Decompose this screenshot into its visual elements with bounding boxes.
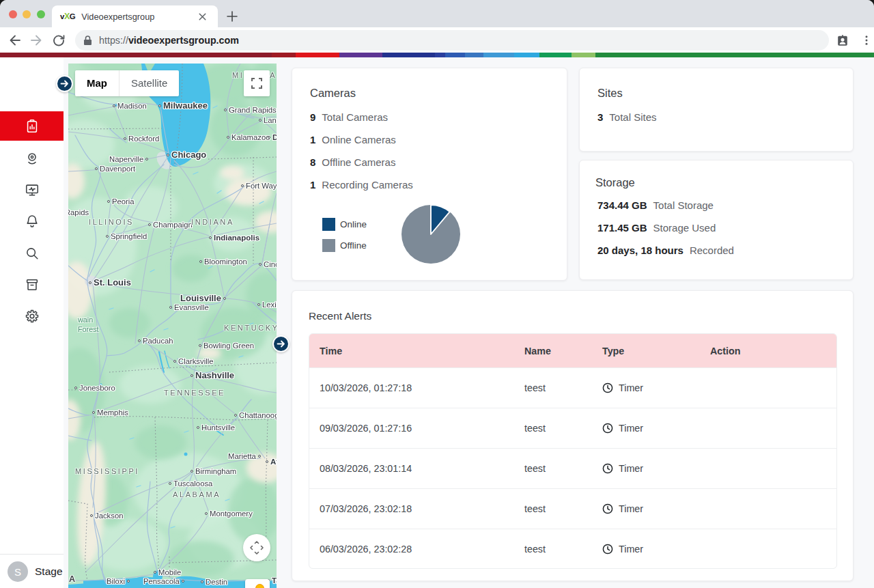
map-city-label: Springfield	[106, 232, 147, 240]
pegman-control[interactable]	[245, 579, 270, 588]
map-state-label: ALABAMA	[173, 490, 221, 499]
city-dot-icon	[173, 360, 176, 363]
stat-value: 9	[310, 111, 315, 123]
window-minimize-button[interactable]	[23, 10, 31, 18]
url-text: https://videoexpertsgroup.com	[99, 35, 239, 46]
city-name: Lansing	[264, 116, 277, 124]
map-state-label: KENTUCKY	[224, 324, 277, 332]
city-dot-icon	[145, 158, 148, 160]
stat-label: Total Sites	[609, 111, 656, 123]
sidebar-user[interactable]: S Stage	[8, 561, 64, 582]
city-name: Madison	[117, 102, 147, 110]
alert-time: 09/03/2026, 01:27:16	[309, 423, 524, 434]
city-name: Atlanta	[270, 458, 277, 466]
map-fullscreen-button[interactable]	[244, 70, 270, 96]
sidebar-item-alerts[interactable]	[0, 207, 64, 236]
sidebar-item-monitoring[interactable]	[0, 176, 64, 205]
menu-kebab-icon[interactable]	[860, 33, 873, 47]
city-name: Destin	[206, 578, 227, 586]
forward-button[interactable]	[29, 33, 43, 47]
alert-type-text: Timer	[619, 544, 643, 555]
brand-color-stripe	[0, 53, 874, 57]
map-collapse-toggle[interactable]	[272, 335, 290, 352]
profile-badge-icon[interactable]	[836, 33, 849, 47]
city-dot-icon	[127, 580, 130, 583]
city-dot-icon	[92, 411, 95, 414]
map-city-label: Indianapolis	[209, 234, 259, 242]
city-dot-icon	[241, 184, 244, 187]
alert-row[interactable]: 09/03/2026, 01:27:16 teest Timer	[309, 408, 836, 448]
map-city-label: Marietta	[228, 452, 261, 460]
city-name: Louisville	[180, 293, 221, 303]
city-name: Montgomery	[210, 509, 253, 518]
city-name: Champaign	[153, 221, 193, 229]
city-dot-icon	[205, 512, 208, 515]
map-type-control: Map Satellite	[75, 70, 179, 96]
alert-row[interactable]: 10/03/2026, 01:27:18 teest Timer	[309, 367, 836, 408]
map-city-label: Chattanooga	[234, 411, 277, 419]
vxg-favicon: vXG	[60, 12, 75, 21]
recent-alerts-card: Recent Alerts Time Name Type Action 10/0…	[292, 290, 854, 581]
sidebar-item-archive[interactable]	[0, 270, 64, 300]
lock-icon[interactable]	[83, 36, 92, 46]
stat-line: 171.45 GBStorage Used	[597, 222, 853, 234]
sidebar-item-cameras[interactable]	[0, 144, 64, 173]
timer-clock-icon	[602, 544, 613, 555]
storage-card: Storage 734.44 GBTotal Storage171.45 GBS…	[579, 160, 854, 280]
city-dot-icon	[90, 514, 93, 517]
new-tab-button[interactable]	[226, 10, 238, 23]
stat-line: 3Total Sites	[597, 111, 853, 124]
sidebar-divider	[0, 554, 64, 555]
arrow-right-icon	[60, 79, 69, 88]
stat-line: 1Recording Cameras	[310, 179, 567, 191]
alert-name: teest	[524, 382, 602, 393]
map-type-map-button[interactable]: Map	[75, 70, 119, 96]
window-close-button[interactable]	[9, 10, 17, 18]
arrow-right-icon	[277, 339, 285, 348]
alert-row[interactable]: 07/03/2026, 23:02:18 teest Timer	[309, 488, 836, 529]
map-city-label: Montgomery	[205, 509, 253, 518]
user-avatar[interactable]: S	[8, 561, 28, 582]
stat-value: 20 days, 18 hours	[597, 244, 683, 256]
map-city-label: Biloxi	[107, 577, 130, 585]
back-button[interactable]	[8, 33, 22, 47]
map-city-label: Milwaukee	[158, 100, 208, 111]
map-city-label: Cedar Rapids	[68, 208, 89, 216]
map-panel[interactable]: MadisonMilwaukeeGrand RapidsLansingRockf…	[68, 64, 277, 588]
cameras-pie-chart	[399, 203, 462, 266]
sidebar-item-search[interactable]	[0, 239, 64, 268]
window-maximize-button[interactable]	[37, 10, 45, 18]
address-bar[interactable]: https://videoexpertsgroup.com	[75, 30, 829, 51]
map-city-label: Cincinnati	[259, 260, 277, 268]
state-name: TENNESSEE	[164, 389, 225, 397]
cameras-stats: 9Total Cameras1Online Cameras8Offline Ca…	[292, 111, 567, 191]
legend-offline: Offline	[322, 239, 367, 252]
alert-row[interactable]: 08/03/2026, 23:01:14 teest Timer	[309, 448, 836, 488]
sidebar-item-dashboard[interactable]	[0, 111, 64, 141]
city-name: Naperville	[109, 155, 143, 163]
reload-button[interactable]	[52, 33, 66, 47]
city-name: Biloxi	[107, 577, 125, 585]
map-city-label: Nashville	[191, 370, 234, 380]
city-dot-icon	[259, 119, 262, 122]
sidebar-expand-toggle[interactable]	[56, 75, 73, 92]
city-name: Paducah	[143, 337, 173, 345]
map-type-satellite-button[interactable]: Satellite	[119, 70, 179, 96]
browser-tab[interactable]: vXG Videoexpertsgroup	[52, 5, 218, 27]
city-dot-icon	[223, 297, 226, 300]
sidebar-item-settings[interactable]	[0, 302, 64, 331]
stat-value: 8	[310, 156, 315, 168]
map-pan-button[interactable]	[243, 534, 270, 561]
search-icon	[25, 246, 40, 261]
sites-card: Sites 3Total Sites	[579, 68, 854, 152]
map-city-label: Memphis	[92, 408, 128, 417]
sites-stats: 3Total Sites	[580, 111, 853, 124]
map-city-label: Rockford	[124, 135, 159, 143]
city-name: Memphis	[97, 408, 128, 417]
alert-row[interactable]: 06/03/2026, 23:02:28 teest Timer	[309, 529, 836, 569]
city-dot-icon	[158, 104, 161, 107]
alert-type-text: Timer	[619, 503, 643, 514]
gear-icon	[25, 309, 40, 324]
tab-close-icon[interactable]	[197, 11, 208, 23]
alert-name: teest	[524, 463, 602, 474]
